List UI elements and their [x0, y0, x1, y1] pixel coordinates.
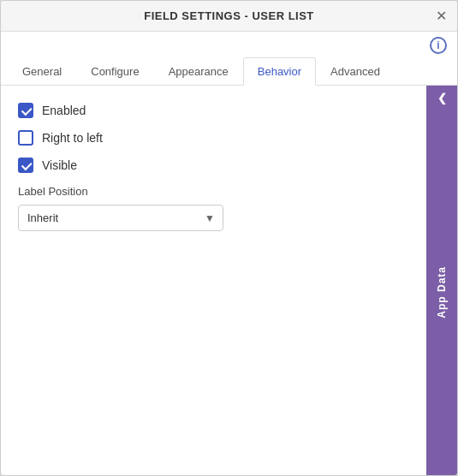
tab-appearance[interactable]: Appearance [154, 57, 243, 86]
app-data-label: App Data [436, 266, 448, 318]
content-area: Enabled Right to left Visible Label Posi… [1, 86, 457, 475]
tab-general[interactable]: General [8, 57, 76, 86]
main-content: Enabled Right to left Visible Label Posi… [1, 86, 457, 475]
label-position-wrapper: Inherit Left Right Top Bottom Hidden ▼ [18, 205, 223, 231]
label-position-title: Label Position [18, 185, 440, 198]
tab-behavior[interactable]: Behavior [243, 57, 316, 86]
tab-configure[interactable]: Configure [76, 57, 153, 86]
app-data-panel[interactable]: ❮ App Data [426, 86, 457, 475]
label-position-select[interactable]: Inherit Left Right Top Bottom Hidden [18, 205, 223, 231]
visible-checkbox[interactable] [18, 158, 33, 173]
enabled-checkbox[interactable] [18, 103, 33, 118]
right-to-left-label[interactable]: Right to left [42, 131, 103, 145]
field-settings-dialog: FIELD SETTINGS - USER LIST ✕ i General C… [0, 0, 458, 476]
info-icon[interactable]: i [430, 37, 447, 54]
tab-advanced[interactable]: Advanced [316, 57, 395, 86]
tabs-bar: General Configure Appearance Behavior Ad… [1, 57, 457, 86]
dialog-title: FIELD SETTINGS - USER LIST [144, 9, 314, 22]
close-button[interactable]: ✕ [436, 9, 447, 23]
enabled-row: Enabled [18, 103, 440, 118]
right-to-left-checkbox[interactable] [18, 130, 33, 146]
chevron-left-icon: ❮ [437, 92, 447, 104]
enabled-label[interactable]: Enabled [42, 104, 86, 117]
visible-row: Visible [18, 158, 440, 173]
visible-label[interactable]: Visible [42, 158, 77, 172]
dialog-header: FIELD SETTINGS - USER LIST ✕ [1, 1, 457, 32]
info-row: i [1, 32, 457, 57]
right-to-left-row: Right to left [18, 130, 440, 146]
